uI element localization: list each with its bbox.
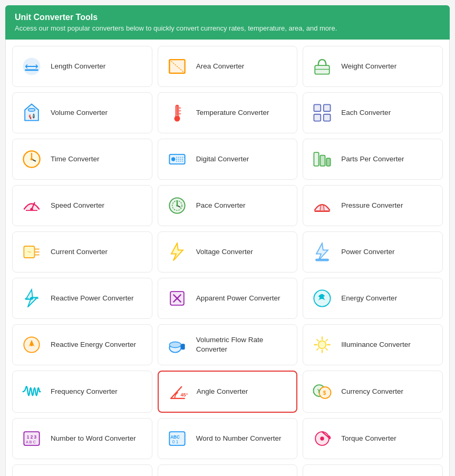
svg-text:0 1: 0 1: [172, 440, 178, 444]
svg-marker-48: [171, 244, 183, 261]
romantонumber-icon: 231: [309, 472, 335, 476]
svg-point-87: [321, 436, 324, 440]
energy-icon: [309, 286, 335, 311]
volumetricflow-label: Volumetric Flow Rate Converter: [196, 335, 291, 354]
converter-grid: ⟷Length ConverterArea ConverterWeight Co…: [5, 40, 450, 476]
card-digital[interactable]: Digital Converter: [158, 139, 298, 180]
apparentpower-icon: [164, 286, 190, 311]
svg-point-59: [30, 343, 33, 346]
card-romantонumber[interactable]: 231Roman Numerals to Number: [303, 464, 443, 476]
svg-rect-20: [314, 114, 321, 121]
energy-label: Energy Converter: [341, 294, 397, 303]
speed-icon: [19, 193, 44, 218]
card-numbertoroman[interactable]: 1 2 3I II IIINumber to Roman Numerals: [158, 464, 298, 476]
card-length[interactable]: ⟷Length Converter: [12, 46, 152, 87]
card-voltage[interactable]: Voltage Converter: [158, 231, 298, 273]
svg-rect-2: [25, 70, 38, 71]
card-reactivepower[interactable]: Reactive Power Converter: [12, 278, 152, 319]
partsper-label: Parts Per Converter: [341, 154, 404, 164]
power-icon: [309, 239, 335, 265]
angle-label: Angle Converter: [197, 387, 248, 396]
card-torque[interactable]: Torque Converter: [303, 418, 443, 459]
svg-line-71: [317, 348, 318, 350]
card-energy[interactable]: Energy Converter: [303, 278, 443, 319]
illuminance-icon: [309, 332, 335, 357]
digital-label: Digital Converter: [196, 154, 249, 164]
each-label: Each Converter: [341, 108, 391, 118]
wordtonumber-icon: ABC0 1: [164, 426, 190, 451]
reactivepower-label: Reactive Power Converter: [51, 294, 134, 303]
frequency-icon: [19, 379, 44, 404]
svg-line-70: [326, 339, 327, 341]
svg-rect-14: [176, 105, 178, 115]
pressure-icon: [309, 193, 335, 218]
card-weight[interactable]: Weight Converter: [303, 46, 443, 87]
torque-icon: [309, 426, 335, 451]
svg-point-27: [171, 157, 175, 161]
weight-label: Weight Converter: [341, 62, 396, 71]
card-currency[interactable]: Y$Currency Converter: [303, 371, 443, 413]
currency-icon: Y$: [309, 379, 335, 404]
header-title: Unit Converter Tools: [15, 13, 440, 22]
volume-icon: 📢: [19, 100, 44, 125]
svg-text:ABC: ABC: [170, 435, 180, 440]
card-numbertoword[interactable]: 1 2 3A B CNumber to Word Converter: [12, 418, 152, 459]
svg-rect-18: [314, 104, 321, 111]
svg-point-13: [174, 116, 180, 122]
voltage-icon: [164, 239, 190, 265]
card-illuminance[interactable]: Illuminance Converter: [303, 324, 443, 365]
svg-marker-49: [316, 244, 328, 261]
torque-label: Torque Converter: [341, 434, 396, 443]
pressure-label: Pressure Converter: [341, 201, 403, 210]
time-label: Time Converter: [51, 154, 100, 164]
each-icon: [309, 100, 335, 125]
svg-rect-42: [315, 210, 330, 212]
card-each[interactable]: Each Converter: [303, 92, 443, 133]
area-label: Area Converter: [196, 62, 245, 71]
card-apparentpower[interactable]: Apparent Power Converter: [158, 278, 298, 319]
card-angle[interactable]: 45°Angle Converter: [158, 371, 298, 413]
svg-line-69: [326, 348, 327, 350]
length-icon: ⟷: [19, 54, 44, 79]
svg-rect-62: [181, 344, 185, 349]
card-pace[interactable]: Pace Converter: [158, 185, 298, 226]
svg-text:Y: Y: [317, 388, 321, 394]
power-label: Power Converter: [341, 247, 394, 257]
svg-rect-31: [314, 152, 319, 166]
card-volume[interactable]: 📢Volume Converter: [12, 92, 152, 133]
card-partsper[interactable]: Parts Per Converter: [303, 139, 443, 180]
svg-point-25: [31, 158, 33, 161]
reactiveenergy-icon: [19, 332, 44, 357]
reactivepower-icon: [19, 286, 44, 311]
currency-label: Currency Converter: [341, 387, 403, 396]
temperature-icon: [164, 100, 190, 125]
card-frequency[interactable]: Frequency Converter: [12, 371, 152, 413]
card-current[interactable]: ~Current Converter: [12, 231, 152, 273]
header: Unit Converter Tools Access our most pop…: [5, 5, 450, 40]
voltage-label: Voltage Converter: [196, 247, 253, 257]
card-volumetricflow[interactable]: Volumetric Flow Rate Converter: [158, 324, 298, 365]
svg-rect-33: [327, 158, 331, 166]
pace-icon: [164, 193, 190, 218]
svg-rect-21: [324, 114, 331, 121]
card-temperature[interactable]: Temperature Converter: [158, 92, 298, 133]
card-time[interactable]: Time Converter: [12, 139, 152, 180]
volume-label: Volume Converter: [51, 108, 108, 118]
svg-point-63: [318, 341, 326, 349]
svg-rect-19: [324, 104, 331, 111]
svg-line-68: [317, 339, 318, 341]
svg-point-61: [169, 342, 181, 348]
length-label: Length Converter: [51, 62, 105, 71]
card-reactiveenergy[interactable]: Reactive Energy Converter: [12, 324, 152, 365]
svg-text:$: $: [323, 390, 326, 396]
card-pressure[interactable]: Pressure Converter: [303, 185, 443, 226]
card-power[interactable]: Power Converter: [303, 231, 443, 273]
svg-text:~: ~: [27, 248, 32, 256]
svg-rect-32: [321, 156, 325, 166]
card-charge[interactable]: Charge Converter: [12, 464, 152, 476]
card-wordtonumber[interactable]: ABC0 1Word to Number Converter: [158, 418, 298, 459]
card-area[interactable]: Area Converter: [158, 46, 298, 87]
card-speed[interactable]: Speed Converter: [12, 185, 152, 226]
current-icon: ~: [19, 239, 44, 265]
time-icon: [19, 147, 44, 172]
